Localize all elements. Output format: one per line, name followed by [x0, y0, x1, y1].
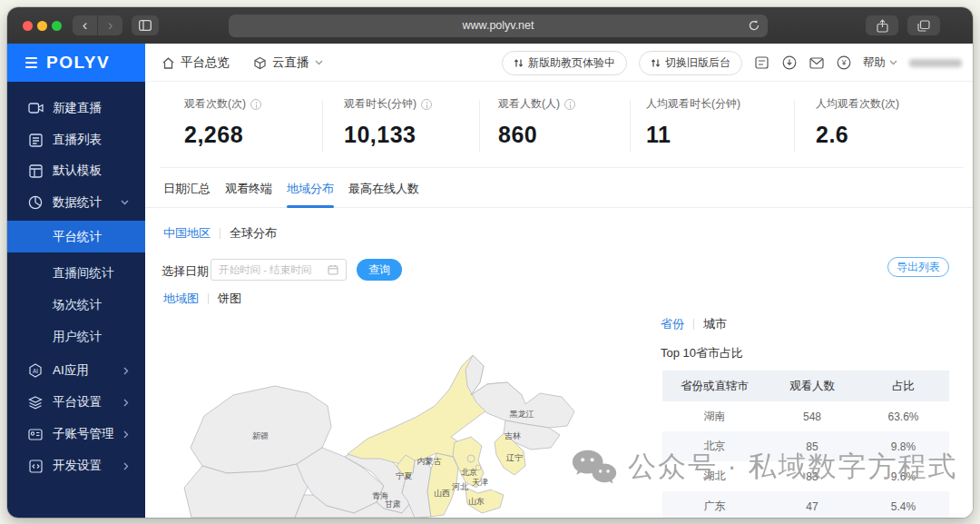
- pie-icon: [27, 194, 44, 211]
- divider: [160, 167, 964, 168]
- help-menu[interactable]: 帮助: [863, 55, 897, 71]
- sidebar-item-developer-settings[interactable]: 开发设置: [7, 450, 145, 481]
- active-tab-underline: [287, 205, 334, 208]
- tab-max-online[interactable]: 最高在线人数: [348, 181, 419, 197]
- info-icon[interactable]: [564, 99, 575, 110]
- svg-text:内蒙古: 内蒙古: [417, 457, 442, 466]
- tab-date-summary[interactable]: 日期汇总: [163, 181, 211, 197]
- sidebar-item-default-template[interactable]: 默认模板: [7, 155, 145, 186]
- info-icon[interactable]: [250, 99, 261, 110]
- forward-button[interactable]: ›: [98, 15, 122, 35]
- stat-label: 观看时长(分钟): [344, 96, 416, 112]
- stat-value: 10,133: [344, 122, 432, 148]
- download-button[interactable]: [781, 55, 797, 71]
- sidebar-item-label: 开发设置: [53, 458, 102, 474]
- chevron-right-icon: [123, 367, 129, 375]
- stat-label: 观看人数(人): [498, 96, 560, 112]
- back-icon: ‹: [83, 17, 88, 33]
- sidebar-subitem-session-statistics[interactable]: 场次统计: [7, 289, 145, 321]
- browser-window: ‹ › www.polyv.net POLYV 平台总览: [7, 7, 973, 518]
- info-icon[interactable]: [421, 99, 432, 110]
- export-list-button[interactable]: 导出列表: [887, 257, 949, 277]
- balance-button[interactable]: ¥: [836, 55, 851, 71]
- table-row: 湖北 83 9.6%: [662, 461, 949, 491]
- link-global-distribution[interactable]: 全球分布: [230, 225, 277, 242]
- link-region-map[interactable]: 地域图: [163, 291, 199, 307]
- news-icon: [755, 56, 769, 69]
- sidebar-item-new-live[interactable]: 新建直播: [7, 93, 145, 124]
- address-bar[interactable]: www.polyv.net: [229, 15, 768, 37]
- menu-burger-icon: [25, 55, 37, 71]
- svg-text:黑龙江: 黑龙江: [510, 410, 534, 419]
- stat-value: 2,268: [184, 122, 261, 148]
- sidebar-item-platform-settings[interactable]: 平台设置: [7, 387, 145, 418]
- divider: [693, 319, 694, 330]
- column-header: 观看人数: [767, 379, 858, 394]
- share-button[interactable]: [866, 15, 898, 35]
- account-name-blurred[interactable]: [909, 59, 962, 67]
- divider: [322, 100, 323, 153]
- sidebar-item-label: 数据统计: [53, 194, 102, 211]
- sidebar-subitem-platform-statistics[interactable]: 平台统计: [7, 221, 145, 252]
- sidebar-item-ai-apps[interactable]: AI AI应用: [7, 355, 145, 386]
- forward-icon: ›: [108, 17, 113, 33]
- layers-icon: [27, 394, 44, 410]
- home-icon: [162, 56, 175, 70]
- svg-text:河北: 河北: [452, 482, 468, 491]
- tab-overview-button[interactable]: [907, 15, 940, 35]
- sidebar-subitem-label: 直播间统计: [53, 265, 114, 282]
- switch-old-console-button[interactable]: 切换旧版后台: [639, 51, 742, 75]
- tab-region-distribution[interactable]: 地域分布: [287, 181, 334, 197]
- table-header-row: 省份或直辖市 观看人数 占比: [662, 371, 949, 401]
- nav-label: 平台总览: [181, 54, 230, 71]
- stat-value: 11: [646, 122, 740, 148]
- link-china-region[interactable]: 中国地区: [163, 225, 211, 242]
- download-circle-icon: [782, 55, 797, 70]
- nav-platform-overview[interactable]: 平台总览: [162, 54, 230, 71]
- sidebar-subitem-room-statistics[interactable]: 直播间统计: [7, 257, 145, 289]
- mail-button[interactable]: [808, 55, 824, 71]
- chevron-right-icon: [123, 430, 129, 439]
- help-label: 帮助: [863, 55, 886, 71]
- sidebar-subitem-user-statistics[interactable]: 用户统计: [7, 321, 145, 352]
- svg-text:吉林: 吉林: [505, 431, 521, 440]
- column-header: 占比: [858, 379, 949, 394]
- date-range-input[interactable]: 开始时间 - 结束时间: [211, 259, 347, 281]
- table-row: 北京 85 9.8%: [662, 431, 949, 461]
- sidebar-item-data-statistics[interactable]: 数据统计: [7, 187, 145, 218]
- query-button[interactable]: 查询: [357, 259, 402, 281]
- back-button[interactable]: ‹: [73, 15, 97, 35]
- cell-viewers: 85: [767, 440, 858, 453]
- sidebar-item-label: 直播列表: [53, 132, 102, 148]
- logo-block[interactable]: POLYV: [7, 44, 145, 82]
- svg-text:天津: 天津: [472, 478, 488, 487]
- divider: [794, 100, 795, 153]
- date-range-placeholder: 开始时间 - 结束时间: [219, 263, 311, 277]
- close-window-button[interactable]: [23, 21, 33, 31]
- nav-cloud-live[interactable]: 云直播: [253, 54, 323, 71]
- table-row: 广东 47 5.4%: [662, 491, 949, 518]
- zoom-window-button[interactable]: [52, 21, 62, 31]
- sidebar-item-label: 子账号管理: [53, 426, 114, 442]
- sidebar-item-subaccount-management[interactable]: 子账号管理: [7, 419, 145, 450]
- sidebar-toggle-button[interactable]: [132, 15, 159, 35]
- chevron-down-icon: [889, 60, 897, 65]
- cell-ratio: 63.6%: [858, 410, 949, 423]
- svg-text:山西: 山西: [434, 489, 450, 498]
- sidebar-item-live-list[interactable]: 直播列表: [7, 124, 145, 155]
- cell-ratio: 5.4%: [858, 500, 949, 513]
- link-city[interactable]: 城市: [703, 316, 727, 332]
- china-region-map[interactable]: 新疆 黑龙江 吉林 辽宁 内蒙古 北京 天津 宁夏 山西 河北 青海 甘肃 山东: [159, 322, 631, 518]
- reload-button[interactable]: [748, 19, 760, 32]
- stat-label: 人均观看时长(分钟): [646, 96, 740, 112]
- svg-text:山东: 山东: [468, 497, 485, 506]
- link-pie-chart[interactable]: 饼图: [218, 291, 241, 307]
- news-button[interactable]: [754, 55, 769, 71]
- link-province[interactable]: 省份: [661, 316, 684, 332]
- sidebar: 新建直播 直播列表 默认模板 数据统计 平台统计 直播间统计 场次统计 用户统计…: [7, 82, 145, 518]
- new-assistant-page-button[interactable]: 新版助教页体验中: [502, 51, 627, 75]
- chevron-down-icon: [315, 60, 323, 65]
- minimize-window-button[interactable]: [37, 21, 47, 31]
- tab-view-terminal[interactable]: 观看终端: [225, 181, 272, 197]
- reload-icon: [748, 19, 760, 32]
